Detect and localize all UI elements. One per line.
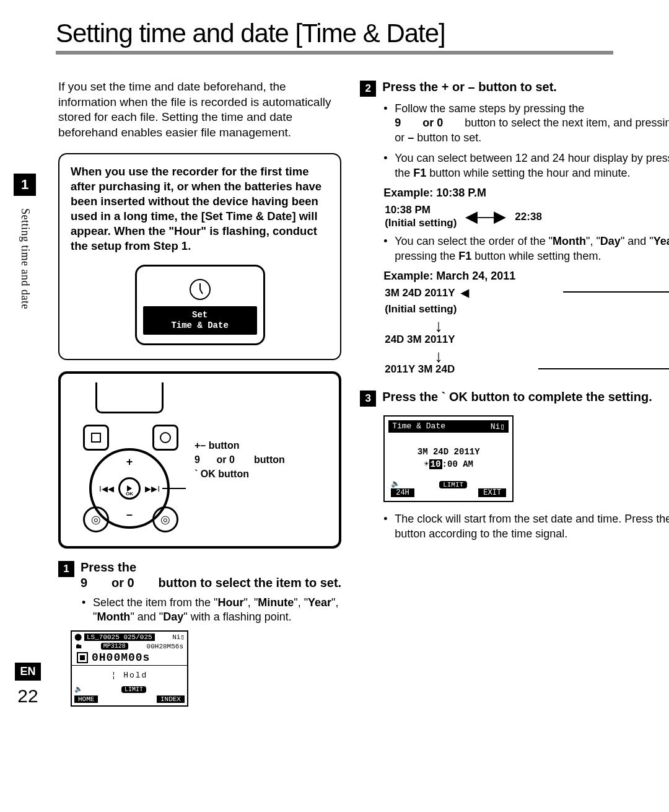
format-tag: MP3128 [101, 643, 128, 650]
timecode: 0H00M00s [92, 651, 150, 664]
softkey-exit: EXIT [478, 488, 506, 497]
s3b-a: The clock will start from the set date a… [395, 513, 669, 525]
step1-title-a: Press the [81, 560, 136, 574]
round-button-b-icon: ◎ [152, 506, 178, 532]
step-2-heading: 2 Press the + or – button to set. [360, 79, 669, 97]
s3tpost: button to complete the setting. [468, 390, 652, 404]
ex-time-left2: (Initial setting) [385, 216, 457, 229]
hold-text: Hold [123, 671, 147, 680]
page-number: 22 [0, 686, 56, 707]
notice-text: When you use the recorder for the first … [71, 165, 321, 252]
step-1-number: 1 [58, 561, 74, 577]
lcd-set-time-date: Set Time & Date [135, 265, 265, 345]
s2b1a: Follow the same steps by pressing the [395, 102, 584, 115]
step-3-number: 3 [360, 391, 376, 407]
s2b1c: button to set. [414, 131, 481, 144]
chapter-tab: 1 Setting time and date [0, 167, 50, 744]
step1-bullet: Select the item from the "Hour", "Minute… [82, 596, 341, 625]
softkey-index: INDEX [157, 695, 185, 703]
label-prev-next: 9 or 0 button [195, 452, 285, 467]
step-2-number: 2 [360, 81, 376, 97]
arrow-down-1-icon: ↓ [434, 319, 669, 333]
plus-icon: + [126, 456, 133, 469]
language-badge: EN [15, 663, 40, 681]
step2-bullet-2: You can select between 12 and 24 hour di… [383, 151, 669, 180]
intro-text: If you set the time and date beforehand,… [58, 79, 341, 141]
ok-center-icon: OK [118, 477, 141, 500]
ex-time-right: 22:38 [515, 210, 541, 223]
s2b2f1: F1 [413, 167, 426, 179]
step1-title-code: 9 or 0 [81, 576, 134, 589]
arrow-down-2-icon: ↓ [434, 350, 669, 363]
lcd2-date: 3M 24D 2011Y [388, 446, 509, 459]
record-button-icon [152, 425, 178, 451]
next-icon: ▶▶I [145, 483, 160, 493]
s2b1b: button to select the next item, and pres… [443, 117, 669, 129]
s2b2b: button while setting the hour and minute… [426, 167, 630, 179]
step-2-title: Press the + or – button to set. [382, 79, 557, 95]
limit-indicator-2: LIMIT [439, 481, 467, 488]
folder-icon: 🖿 [76, 642, 82, 650]
step2-bullet-1: Follow the same steps by pressing the 9 … [383, 102, 669, 145]
lcd-recorder-status: ⬤LS_70025 025/025 Ni▯ 🖿 MP3128 00H28M56s… [71, 630, 188, 707]
softkey-24h: 24H [391, 488, 414, 497]
battery-icon: Ni▯ [172, 633, 185, 641]
lcd2-rest: :00 AM [442, 459, 473, 469]
hold-label: ¦ Hold [72, 665, 187, 685]
speaker-icon: 🔈 [74, 685, 83, 693]
speaker-icon-2: 🔈 [391, 479, 400, 488]
s2b1n: – [408, 131, 414, 144]
round-button-a-icon: ◎ [83, 506, 109, 532]
lcd-line1: Set [143, 310, 257, 320]
lcd2-title: Time & Date [392, 421, 445, 431]
label-ok: ` OK button [195, 467, 285, 481]
screen-outline-icon [95, 382, 164, 413]
prev-icon: I◀◀ [99, 483, 114, 493]
page-footer: EN 22 [0, 663, 56, 707]
duration-remain: 00H28M56s [147, 643, 183, 650]
example-time-row: 10:38 PM (Initial setting) ◀—▶ 22:38 [385, 203, 669, 230]
date-format-chain: 3M 24D 2011Y ◀ (Initial setting) ↓ 24D 3… [385, 286, 669, 376]
clock-icon [190, 279, 211, 300]
step2-bullet-3: You can select the order of the "Month",… [383, 234, 669, 263]
chapter-label: Setting time and date [19, 208, 32, 309]
minus-icon: – [126, 508, 133, 521]
lcd2-hour: 10 [429, 459, 442, 469]
limit-indicator: LIMIT [121, 686, 146, 693]
s2b1code: 9 or 0 [395, 117, 443, 129]
step1-title-b: button to select the item to set. [134, 576, 341, 589]
s3b-b: button according to the time signal. [395, 527, 567, 540]
mic-icon: ⬤ [74, 633, 82, 641]
filename: LS_70025 025/025 [84, 633, 155, 641]
device-illustration: + – I◀◀ ▶▶I OK ◎ ◎ +– button 9 or 0 butt… [58, 371, 341, 549]
lcd-time-date-set: Time & Date Ni▯ 3M 24D 2011Y ☀10:00 AM 🔈… [383, 415, 514, 502]
leader-line-icon [162, 488, 186, 489]
s3tcode: ` OK [442, 390, 468, 404]
example-time-heading: Example: 10:38 P.M [383, 187, 669, 200]
date-fmt-2: 24D 3M 2011Y [385, 333, 669, 346]
chapter-number: 1 [14, 174, 36, 196]
stop-state-icon [77, 652, 88, 663]
battery-icon-2: Ni▯ [491, 421, 505, 431]
page-title: Setting time and date [Time & Date] [56, 19, 613, 55]
step-3-heading: 3 Press the ` OK button to complete the … [360, 389, 669, 407]
step-1-heading: 1 Press the 9 or 0 button to select the … [58, 560, 341, 591]
label-plus-minus: +– button [195, 438, 285, 452]
date-fmt-1-sub: (Initial setting) [385, 303, 669, 316]
date-fmt-1: 3M 24D 2011Y [385, 287, 455, 299]
s2b1m: or [395, 131, 408, 144]
lcd-line2: Time & Date [143, 320, 257, 331]
stop-button-icon [83, 425, 109, 451]
first-time-notice: When you use the recorder for the first … [58, 153, 341, 360]
s3tpre: Press the [382, 390, 442, 404]
double-arrow-icon: ◀—▶ [465, 207, 506, 226]
step3-bullet: The clock will start from the set date a… [383, 512, 669, 541]
ex-time-left1: 10:38 PM [385, 203, 457, 216]
example-date-heading: Example: March 24, 2011 [383, 270, 669, 283]
softkey-home: HOME [74, 695, 98, 703]
date-fmt-3: 2011Y 3M 24D [385, 363, 455, 375]
